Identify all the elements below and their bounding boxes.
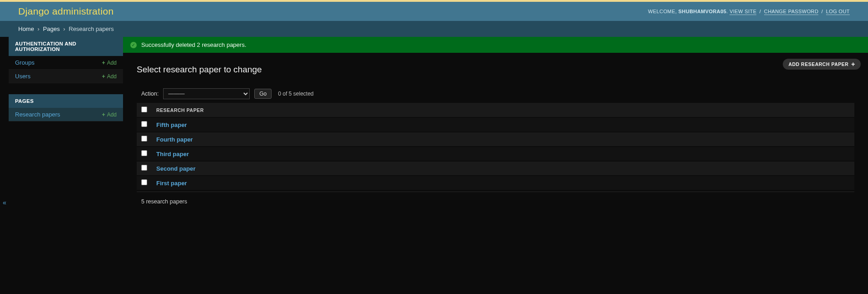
add-button-label: ADD RESEARCH PAPER <box>788 61 848 67</box>
sidebar-link-research-papers[interactable]: Research papers <box>15 111 60 118</box>
action-counter: 0 of 5 selected <box>278 91 313 97</box>
row-select-checkbox[interactable] <box>141 121 147 127</box>
table-row: Third paper <box>137 147 854 161</box>
table-header-row: RESEARCH PAPER <box>137 103 854 117</box>
content: ✓ Successfully deleted 2 research papers… <box>123 37 868 220</box>
row-link[interactable]: Second paper <box>156 165 195 172</box>
add-label: Add <box>107 112 117 118</box>
column-header-research-paper[interactable]: RESEARCH PAPER <box>152 103 854 117</box>
row-link[interactable]: Third paper <box>156 151 189 157</box>
content-inner: Select research paper to change Action: … <box>123 53 868 220</box>
sidebar-link-groups[interactable]: Groups <box>15 59 35 66</box>
plus-icon: + <box>102 112 105 118</box>
table-row: First paper <box>137 176 854 190</box>
add-label: Add <box>107 73 117 80</box>
sidebar-module-auth: AUTHENTICATION AND AUTHORIZATION Groups … <box>9 37 123 83</box>
breadcrumb-pages[interactable]: Pages <box>43 25 60 32</box>
row-link[interactable]: First paper <box>156 180 187 187</box>
separator: / <box>822 9 823 14</box>
sidebar-section-pages-link[interactable]: PAGES <box>15 98 34 104</box>
sidebar-section-pages-header[interactable]: PAGES <box>9 94 123 108</box>
add-research-papers-link[interactable]: + Add <box>102 112 117 118</box>
header: Django administration WELCOME, SHUBHAMVO… <box>0 2 868 21</box>
separator: / <box>760 9 761 14</box>
username: SHUBHAMVORA05 <box>678 9 726 14</box>
row-select-checkbox[interactable] <box>141 136 147 142</box>
breadcrumb-current: Research papers <box>69 25 114 32</box>
sidebar: AUTHENTICATION AND AUTHORIZATION Groups … <box>9 37 123 122</box>
sidebar-section-auth-header[interactable]: AUTHENTICATION AND AUTHORIZATION <box>9 37 123 56</box>
sidebar-section-auth-link[interactable]: AUTHENTICATION AND AUTHORIZATION <box>15 41 76 52</box>
row-link[interactable]: Fourth paper <box>156 136 193 143</box>
plus-icon: + <box>102 73 105 80</box>
sidebar-item-groups: Groups + Add <box>9 56 123 70</box>
breadcrumb-sep: › <box>63 25 65 32</box>
success-message-text: Successfully deleted 2 research papers. <box>141 41 247 48</box>
row-select-checkbox[interactable] <box>141 150 147 156</box>
breadcrumb-home[interactable]: Home <box>18 25 34 32</box>
object-tools: ADD RESEARCH PAPER + <box>783 59 861 70</box>
table-row: Fourth paper <box>137 132 854 147</box>
row-link[interactable]: Fifth paper <box>156 122 187 128</box>
view-site-link[interactable]: VIEW SITE <box>729 9 756 15</box>
action-label: Action: <box>141 91 159 97</box>
actions-bar: Action: ——— Go 0 of 5 selected <box>137 85 854 103</box>
table-row: Fifth paper <box>137 117 854 132</box>
logout-link[interactable]: LOG OUT <box>826 9 850 15</box>
plus-icon: + <box>851 61 855 67</box>
change-password-link[interactable]: CHANGE PASSWORD <box>764 9 818 15</box>
plus-icon: + <box>102 60 105 66</box>
row-select-checkbox[interactable] <box>141 165 147 171</box>
paginator: 5 research papers <box>137 192 854 211</box>
success-message: ✓ Successfully deleted 2 research papers… <box>123 37 868 53</box>
user-tools: WELCOME, SHUBHAMVORA05. VIEW SITE / CHAN… <box>648 9 850 14</box>
add-groups-link[interactable]: + Add <box>102 60 117 66</box>
row-select-checkbox[interactable] <box>141 179 147 185</box>
add-research-paper-button[interactable]: ADD RESEARCH PAPER + <box>783 59 861 70</box>
success-check-icon: ✓ <box>130 42 137 48</box>
toggle-nav-collapse-icon[interactable]: « <box>1 199 8 206</box>
go-button[interactable]: Go <box>254 89 272 99</box>
select-all-header <box>137 103 152 117</box>
select-all-checkbox[interactable] <box>141 106 147 112</box>
main: « AUTHENTICATION AND AUTHORIZATION Group… <box>0 37 868 220</box>
action-select[interactable]: ——— <box>163 88 250 99</box>
add-users-link[interactable]: + Add <box>102 73 117 80</box>
sidebar-module-pages: PAGES Research papers + Add <box>9 94 123 122</box>
add-label: Add <box>107 60 117 66</box>
sidebar-item-users: Users + Add <box>9 70 123 83</box>
breadcrumb: Home › Pages › Research papers <box>0 21 868 37</box>
sidebar-link-users[interactable]: Users <box>15 73 31 80</box>
table-row: Second paper <box>137 161 854 176</box>
page-title: Select research paper to change <box>137 65 854 75</box>
results-table: RESEARCH PAPER Fifth paperFourth paperTh… <box>137 103 854 190</box>
welcome-label: WELCOME, <box>648 9 677 14</box>
sidebar-item-research-papers: Research papers + Add <box>9 108 123 122</box>
sidebar-wrap: « AUTHENTICATION AND AUTHORIZATION Group… <box>0 37 123 220</box>
breadcrumb-sep: › <box>37 25 39 32</box>
site-title[interactable]: Django administration <box>18 6 113 17</box>
